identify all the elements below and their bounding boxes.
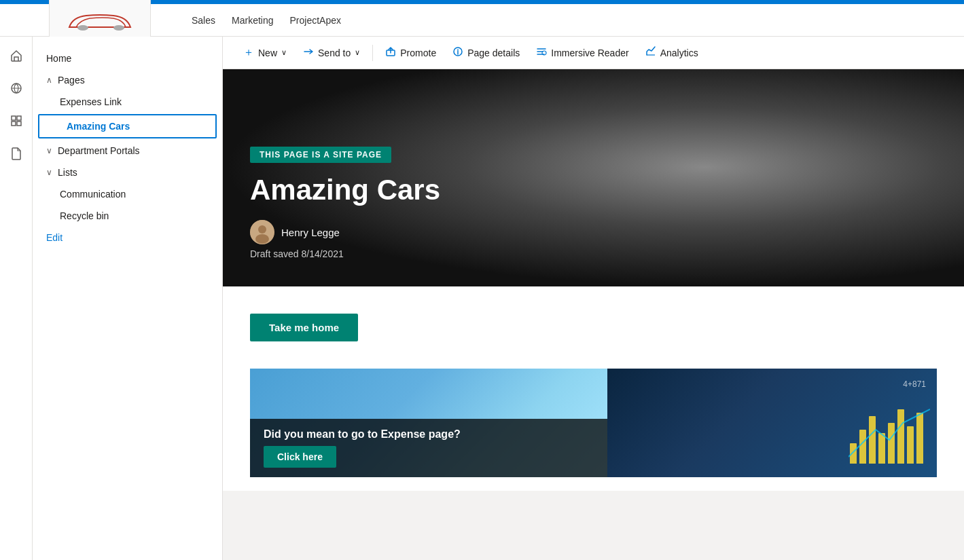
svg-point-11	[258, 225, 266, 234]
new-chevron-icon: ∨	[281, 48, 287, 57]
expense-card: Did you mean to go to Expense page? Clic…	[250, 369, 607, 477]
hero-section: THIS PAGE IS A SITE PAGE Amazing Cars He…	[223, 69, 964, 286]
analytics-card: 4+871	[607, 369, 938, 477]
trend-line-svg	[849, 403, 930, 464]
nav-item-sales[interactable]: Sales	[192, 15, 215, 26]
content-area: ＋ New ∨ Send to ∨ Promote	[223, 37, 964, 560]
send-icon	[303, 46, 314, 60]
hero-title: Amazing Cars	[250, 174, 937, 206]
new-button[interactable]: ＋ New ∨	[236, 41, 293, 64]
promote-button[interactable]: Promote	[378, 42, 443, 64]
card-left-overlay: Did you mean to go to Expense page? Clic…	[250, 419, 607, 477]
app-bar: Sales Marketing ProjectApex	[0, 4, 964, 37]
sidebar-pages-section[interactable]: ∧ Pages	[33, 69, 222, 91]
svg-point-1	[113, 25, 124, 31]
expense-card-text: Did you mean to go to Expense page?	[264, 428, 594, 441]
sidebar-department-portals[interactable]: ∨ Department Portals	[33, 140, 222, 162]
sidebar-lists[interactable]: ∨ Lists	[33, 162, 222, 183]
svg-point-12	[255, 234, 269, 244]
main-layout: Home ∧ Pages Expenses Link Amazing Cars …	[0, 37, 964, 560]
car-svg	[59, 3, 141, 37]
sidebar-home[interactable]: Home	[33, 48, 222, 69]
immersive-reader-icon	[536, 46, 547, 60]
sendto-chevron-icon: ∨	[355, 48, 360, 57]
new-plus-icon: ＋	[243, 45, 254, 60]
immersive-reader-button[interactable]: Immersive Reader	[529, 42, 635, 64]
rail-document-icon[interactable]	[3, 140, 30, 167]
take-me-home-button[interactable]: Take me home	[250, 314, 358, 341]
sidebar-pages-label: Pages	[58, 75, 85, 86]
site-page-badge: THIS PAGE IS A SITE PAGE	[250, 147, 391, 163]
rail-globe-icon[interactable]	[3, 75, 30, 102]
toolbar: ＋ New ∨ Send to ∨ Promote	[223, 37, 964, 69]
svg-rect-5	[12, 122, 16, 126]
svg-rect-6	[17, 122, 21, 126]
svg-rect-3	[12, 116, 16, 120]
sidebar-edit-link[interactable]: Edit	[33, 227, 222, 248]
svg-rect-4	[17, 116, 21, 120]
analytics-button[interactable]: Analytics	[639, 42, 705, 64]
app-bar-nav: Sales Marketing ProjectApex	[192, 15, 341, 26]
page-content: THIS PAGE IS A SITE PAGE Amazing Cars He…	[223, 69, 964, 560]
author-name: Henry Legge	[281, 227, 340, 238]
sidebar-item-recycle-bin[interactable]: Recycle bin	[33, 205, 222, 227]
nav-item-marketing[interactable]: Marketing	[232, 15, 273, 26]
click-here-button[interactable]: Click here	[264, 446, 336, 468]
sidebar-item-communication[interactable]: Communication	[33, 183, 222, 205]
sidebar-item-expenses[interactable]: Expenses Link	[33, 91, 222, 113]
page-details-button[interactable]: Page details	[446, 42, 526, 64]
chevron-down-icon-lists: ∨	[46, 168, 52, 177]
rail-grid-icon[interactable]	[3, 107, 30, 134]
toolbar-separator-1	[372, 45, 373, 61]
below-hero-section: Take me home Did you mean to go to Expen…	[223, 286, 964, 491]
hero-draft-info: Draft saved 8/14/2021	[250, 248, 937, 259]
chevron-down-icon-dept: ∨	[46, 146, 52, 155]
nav-item-projectapex[interactable]: ProjectApex	[290, 15, 341, 26]
chevron-up-icon: ∧	[46, 75, 52, 85]
hero-author: Henry Legge	[250, 220, 937, 244]
page-details-icon	[452, 46, 463, 60]
rail-home-icon[interactable]	[3, 42, 30, 69]
promote-icon	[385, 46, 396, 60]
sidebar-home-label: Home	[46, 53, 71, 64]
sidebar: Home ∧ Pages Expenses Link Amazing Cars …	[33, 37, 223, 560]
icon-rail	[0, 37, 33, 560]
analytics-icon	[645, 46, 656, 60]
hero-content: THIS PAGE IS A SITE PAGE Amazing Cars He…	[250, 147, 937, 265]
sidebar-item-amazing-cars[interactable]: Amazing Cars	[38, 114, 217, 138]
author-avatar	[250, 220, 274, 244]
send-to-button[interactable]: Send to ∨	[296, 42, 367, 64]
svg-point-0	[77, 25, 88, 31]
cards-section: Did you mean to go to Expense page? Clic…	[250, 369, 937, 477]
